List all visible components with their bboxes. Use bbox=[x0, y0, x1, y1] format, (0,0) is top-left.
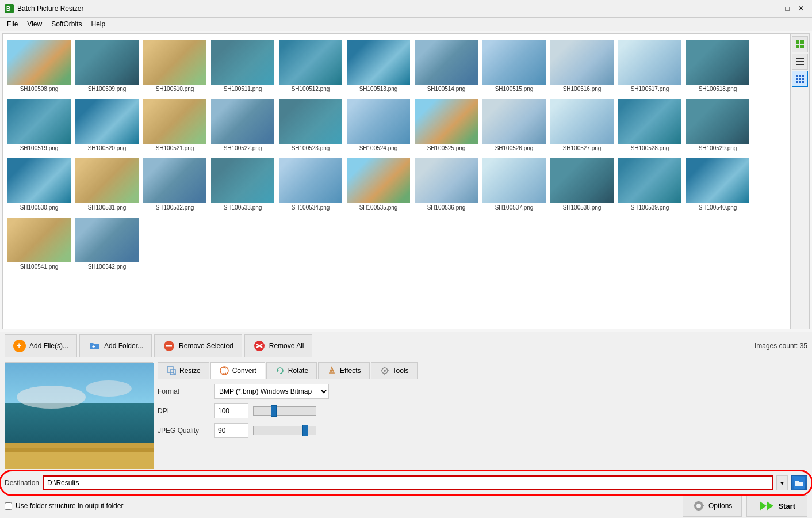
svg-rect-11 bbox=[802, 75, 804, 77]
add-files-button[interactable]: + Add File(s)... bbox=[5, 334, 77, 357]
svg-rect-16 bbox=[799, 81, 801, 83]
image-thumb[interactable]: SH100537.png bbox=[480, 155, 548, 214]
image-thumb[interactable]: SH100508.png bbox=[5, 36, 73, 96]
svg-rect-29 bbox=[5, 452, 154, 469]
view-icon2[interactable] bbox=[792, 54, 808, 70]
tab-rotate[interactable]: Rotate bbox=[266, 362, 317, 379]
jpeg-quality-row: JPEG Quality bbox=[158, 423, 807, 438]
image-thumb[interactable]: SH100521.png bbox=[141, 96, 209, 155]
bottom-section: Resize Convert Rotate bbox=[0, 360, 812, 471]
svg-point-31 bbox=[86, 380, 132, 397]
svg-rect-2 bbox=[796, 40, 799, 44]
dpi-slider[interactable] bbox=[253, 406, 316, 416]
tab-effects[interactable]: Effects bbox=[318, 362, 369, 379]
svg-rect-13 bbox=[799, 78, 801, 80]
image-thumb[interactable]: SH100542.png bbox=[73, 214, 141, 273]
folder-structure-checkbox[interactable] bbox=[5, 502, 12, 510]
image-thumb[interactable]: SH100533.png bbox=[209, 155, 277, 214]
destination-input[interactable] bbox=[43, 475, 773, 490]
add-folder-button[interactable]: + Add Folder... bbox=[79, 334, 152, 357]
right-icons bbox=[790, 34, 809, 329]
jpeg-quality-slider-thumb bbox=[302, 425, 308, 436]
destination-browse-button[interactable] bbox=[791, 475, 807, 490]
tools-tab-icon bbox=[380, 365, 390, 376]
image-thumb[interactable]: SH100535.png bbox=[344, 155, 412, 214]
image-thumb[interactable]: SH100516.png bbox=[548, 36, 616, 96]
image-thumb[interactable]: SH100527.png bbox=[548, 96, 616, 155]
image-thumb[interactable]: SH100510.png bbox=[141, 36, 209, 96]
dpi-input[interactable] bbox=[214, 403, 248, 418]
jpeg-quality-input[interactable] bbox=[214, 423, 248, 438]
menu-help[interactable]: Help bbox=[87, 19, 110, 29]
dpi-row: DPI bbox=[158, 403, 807, 418]
remove-all-icon bbox=[253, 340, 266, 352]
image-thumb[interactable]: SH100511.png bbox=[209, 36, 277, 96]
destination-area: Destination ▼ bbox=[0, 471, 812, 493]
tab-tools[interactable]: Tools bbox=[371, 362, 418, 379]
svg-rect-3 bbox=[800, 40, 804, 44]
image-thumb[interactable]: SH100514.png bbox=[412, 36, 480, 96]
image-thumb[interactable]: SH100513.png bbox=[344, 36, 412, 96]
main-window: SH100508.pngSH100509.pngSH100510.pngSH10… bbox=[0, 31, 812, 518]
remove-selected-button[interactable]: Remove Selected bbox=[154, 334, 242, 357]
image-thumb[interactable]: SH100531.png bbox=[73, 155, 141, 214]
menu-softorbits[interactable]: SoftOrbits bbox=[47, 19, 86, 29]
menu-file[interactable]: File bbox=[2, 19, 22, 29]
svg-marker-53 bbox=[767, 501, 773, 511]
svg-rect-9 bbox=[796, 75, 798, 77]
jpeg-quality-slider[interactable] bbox=[253, 426, 316, 435]
image-thumb[interactable]: SH100528.png bbox=[616, 96, 684, 155]
image-thumb[interactable]: SH100524.png bbox=[344, 96, 412, 155]
right-buttons: Options Start bbox=[683, 495, 807, 517]
image-thumb[interactable]: SH100523.png bbox=[277, 96, 344, 155]
maximize-button[interactable]: □ bbox=[781, 2, 794, 15]
svg-text:+: + bbox=[92, 344, 95, 350]
tab-resize[interactable]: Resize bbox=[158, 362, 209, 379]
image-thumb[interactable]: SH100529.png bbox=[684, 96, 752, 155]
view-icon3[interactable] bbox=[792, 71, 808, 87]
image-thumb[interactable]: SH100541.png bbox=[5, 214, 73, 273]
svg-rect-14 bbox=[802, 78, 804, 80]
image-thumb[interactable]: SH100526.png bbox=[480, 96, 548, 155]
remove-all-button[interactable]: Remove All bbox=[244, 334, 313, 357]
image-thumb[interactable]: SH100522.png bbox=[209, 96, 277, 155]
image-thumb[interactable]: SH100530.png bbox=[5, 155, 73, 214]
image-thumb[interactable]: SH100509.png bbox=[73, 36, 141, 96]
image-thumb[interactable]: SH100518.png bbox=[684, 36, 752, 96]
add-files-icon: + bbox=[13, 340, 26, 352]
image-thumb[interactable]: SH100525.png bbox=[412, 96, 480, 155]
tab-convert[interactable]: Convert bbox=[210, 362, 265, 379]
format-label: Format bbox=[158, 387, 209, 395]
view-icon1[interactable] bbox=[792, 36, 808, 52]
images-count: Images count: 35 bbox=[754, 342, 807, 350]
image-thumb[interactable]: SH100517.png bbox=[616, 36, 684, 96]
resize-tab-icon bbox=[166, 365, 177, 376]
image-thumb[interactable]: SH100512.png bbox=[277, 36, 344, 96]
browse-folder-icon bbox=[794, 477, 805, 489]
menu-view[interactable]: View bbox=[22, 19, 47, 29]
destination-label: Destination bbox=[5, 479, 39, 487]
app-icon: B bbox=[5, 4, 14, 13]
image-thumb[interactable]: SH100520.png bbox=[73, 96, 141, 155]
convert-tab-icon bbox=[219, 365, 229, 376]
svg-rect-17 bbox=[802, 81, 804, 83]
close-button[interactable]: ✕ bbox=[795, 2, 807, 15]
svg-rect-8 bbox=[796, 64, 804, 65]
image-thumb[interactable]: SH100515.png bbox=[480, 36, 548, 96]
image-thumb[interactable]: SH100539.png bbox=[616, 155, 684, 214]
start-button[interactable]: Start bbox=[746, 495, 807, 517]
image-thumb[interactable]: SH100532.png bbox=[141, 155, 209, 214]
svg-rect-4 bbox=[796, 45, 799, 48]
destination-row: Destination ▼ bbox=[5, 475, 807, 490]
image-thumb[interactable]: SH100534.png bbox=[277, 155, 344, 214]
format-select[interactable]: BMP (*.bmp) Windows BitmapJPEG (*.jpg)PN… bbox=[214, 384, 329, 399]
destination-dropdown-button[interactable]: ▼ bbox=[776, 475, 788, 490]
image-thumb[interactable]: SH100538.png bbox=[548, 155, 616, 214]
minimize-button[interactable]: — bbox=[767, 2, 780, 15]
options-button[interactable]: Options bbox=[683, 495, 742, 517]
image-thumb[interactable]: SH100519.png bbox=[5, 96, 73, 155]
svg-rect-48 bbox=[698, 501, 699, 502]
jpeg-quality-label: JPEG Quality bbox=[158, 426, 209, 435]
image-thumb[interactable]: SH100536.png bbox=[412, 155, 480, 214]
image-thumb[interactable]: SH100540.png bbox=[684, 155, 752, 214]
